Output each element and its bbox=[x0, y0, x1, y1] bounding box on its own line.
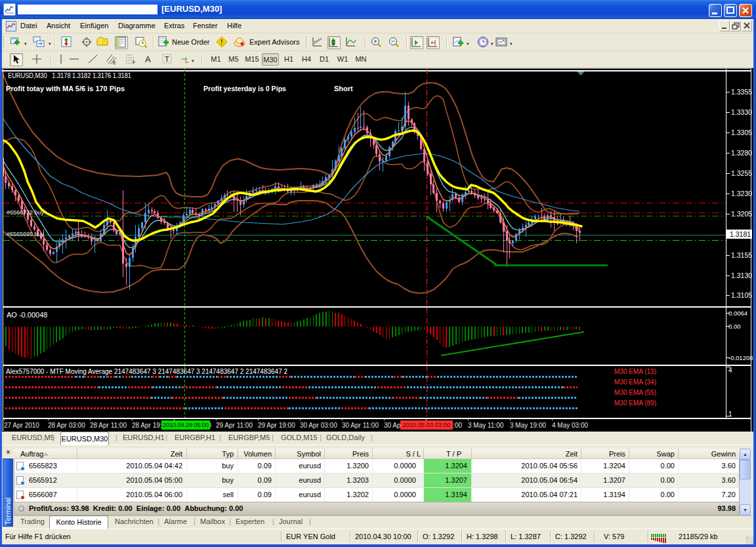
svg-text:M30 EMA (34): M30 EMA (34) bbox=[614, 378, 656, 386]
svg-text:A: A bbox=[145, 54, 151, 64]
svg-text:Profit yesterday is 0 Pips: Profit yesterday is 0 Pips bbox=[203, 85, 286, 92]
svg-text:1.3105: 1.3105 bbox=[731, 291, 752, 299]
svg-text:M30 EMA (89): M30 EMA (89) bbox=[614, 399, 656, 407]
svg-text:30 Apr 11:00: 30 Apr 11:00 bbox=[342, 422, 379, 429]
svg-text:#6566732 buy: #6566732 buy bbox=[7, 209, 45, 216]
svg-text:1.3305: 1.3305 bbox=[731, 129, 752, 136]
svg-text:28 Apr 11:00: 28 Apr 11:00 bbox=[90, 422, 127, 429]
svg-text:4: 4 bbox=[728, 367, 732, 374]
svg-text:1.3355: 1.3355 bbox=[731, 88, 752, 96]
svg-text:1.3330: 1.3330 bbox=[731, 108, 752, 116]
svg-text:T: T bbox=[165, 55, 169, 63]
svg-text:AO -0.00048: AO -0.00048 bbox=[7, 311, 47, 319]
svg-text:#6565695 buy: #6565695 buy bbox=[7, 231, 45, 237]
svg-text:29 Apr 11:00: 29 Apr 11:00 bbox=[216, 422, 253, 429]
svg-text:2010.05.03 03:00: 2010.05.03 03:00 bbox=[402, 421, 450, 428]
svg-text:1.3230: 1.3230 bbox=[731, 190, 752, 197]
svg-text:0.0064: 0.0064 bbox=[728, 310, 747, 317]
svg-text:EURUSD,M30 1.3178 1.3182 1.3: EURUSD,M30 1.3178 1.3182 1.3176 1.3181 bbox=[8, 71, 131, 79]
svg-text:1.3130: 1.3130 bbox=[731, 272, 752, 279]
svg-text:1.3155: 1.3155 bbox=[731, 251, 752, 259]
svg-text:1.3181: 1.3181 bbox=[730, 230, 751, 238]
svg-text:2010.04.29 05:00: 2010.04.29 05:00 bbox=[163, 421, 209, 428]
svg-text:Short: Short bbox=[334, 85, 353, 92]
svg-text:27 Apr 2010: 27 Apr 2010 bbox=[4, 422, 39, 429]
svg-text:3 May 19:00: 3 May 19:00 bbox=[510, 422, 546, 429]
svg-text:E: E bbox=[113, 60, 116, 65]
svg-text:4 May 03:00: 4 May 03:00 bbox=[552, 422, 588, 429]
svg-text:!: ! bbox=[220, 39, 222, 46]
svg-text:M30 EMA (13): M30 EMA (13) bbox=[614, 368, 656, 375]
svg-text:F: F bbox=[133, 60, 135, 65]
svg-text:-0.01208: -0.01208 bbox=[728, 354, 753, 361]
svg-text:1.3205: 1.3205 bbox=[731, 210, 752, 218]
svg-text:0.00: 0.00 bbox=[728, 323, 741, 330]
svg-text:3 May 11:00: 3 May 11:00 bbox=[468, 422, 504, 429]
svg-text:M30 EMA (55): M30 EMA (55) bbox=[614, 389, 656, 396]
svg-text:1.3255: 1.3255 bbox=[731, 169, 752, 177]
svg-text:Profit totay with MA 5/6 is 17: Profit totay with MA 5/6 is 170 Pips bbox=[6, 85, 125, 92]
svg-text:30 Apr 03:00: 30 Apr 03:00 bbox=[300, 422, 337, 429]
svg-text:28 Apr 03:00: 28 Apr 03:00 bbox=[48, 422, 85, 429]
svg-text:1: 1 bbox=[728, 411, 732, 418]
svg-text:1.3280: 1.3280 bbox=[731, 149, 752, 157]
svg-text:Alex5757000 - MTF Moving Avera: Alex5757000 - MTF Moving Average 2147483… bbox=[6, 368, 287, 375]
svg-text:29 Apr 19:00: 29 Apr 19:00 bbox=[258, 422, 295, 429]
